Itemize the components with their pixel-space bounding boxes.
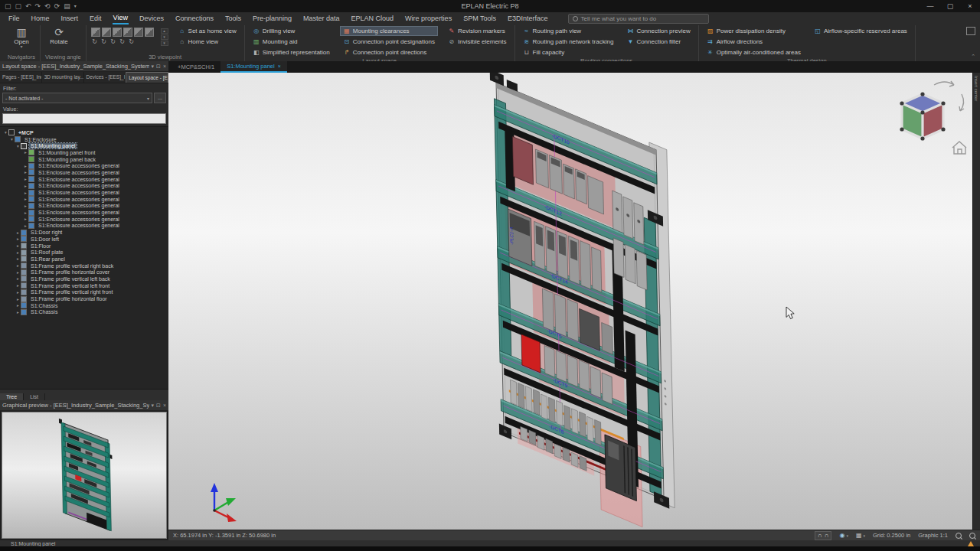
tree-item[interactable]: ▸S1:Enclosure accessories general <box>0 169 168 176</box>
tree-item[interactable]: ▸S1:Roof plate <box>0 249 168 256</box>
expander-icon[interactable]: ▸ <box>23 164 28 168</box>
expander-icon[interactable]: ▸ <box>23 177 28 181</box>
expander-icon[interactable]: ▸ <box>15 270 21 275</box>
expander-icon[interactable]: ▸ <box>15 310 21 315</box>
optimally-air-conditioned-areas-button[interactable]: ✳ Optimally air-conditioned areas <box>704 47 804 57</box>
tree-item[interactable]: ▸S1:Door right <box>0 229 168 236</box>
viewpoint-cube-icon[interactable] <box>123 28 132 37</box>
insert-center-collapsed-panel[interactable]: Insert center <box>972 73 980 530</box>
menu-wire-properties[interactable]: Wire properties <box>404 14 452 24</box>
tree-item[interactable]: ▸S1:Enclosure accessories general <box>0 223 168 230</box>
redo-list-icon[interactable]: ⟳ <box>54 0 60 12</box>
tree-item[interactable]: ▸S1:Enclosure accessories general <box>0 216 168 223</box>
menu-home[interactable]: Home <box>31 14 51 24</box>
connection-point-designations-button[interactable]: ⊡ Connection point designations <box>340 37 438 47</box>
expander-icon[interactable]: ▸ <box>23 197 28 201</box>
tree-item[interactable]: ▸S1:Frame profile vertical right back <box>0 262 168 269</box>
redo-icon[interactable]: ↷ <box>35 0 41 12</box>
expander-icon[interactable]: ▸ <box>15 243 21 248</box>
tree-item[interactable]: ▸S1:Frame profile vertical left back <box>0 276 168 282</box>
expander-icon[interactable]: ▸ <box>23 170 28 174</box>
drilling-view-button[interactable]: ◎ Drilling view <box>250 26 333 36</box>
home-view-button[interactable]: ⌂ Home view <box>175 37 240 47</box>
expander-icon[interactable]: ▸ <box>15 290 21 295</box>
undo-icon[interactable]: ↶ <box>25 0 31 12</box>
viewpoint-cube-icon[interactable] <box>134 28 143 37</box>
menu-tools[interactable]: Tools <box>224 14 242 24</box>
open-page-icon[interactable]: ▢ <box>15 0 22 12</box>
object-snap-icon[interactable]: ∩ <box>825 532 829 540</box>
expander-icon[interactable]: ▸ <box>15 283 21 288</box>
tree-item-selected[interactable]: ▾S1:Mounting panel <box>0 142 168 149</box>
expander-icon[interactable]: ▸ <box>23 217 28 221</box>
doc-tab-mcp-sch[interactable]: +MCP&SCH/1 <box>172 61 220 73</box>
tree-item[interactable]: ▸S1:Rear panel <box>0 256 168 262</box>
toolbar-options-icon[interactable]: ▾ <box>74 0 77 12</box>
expander-icon[interactable]: ▸ <box>23 184 28 188</box>
ribbon-options-icon[interactable] <box>966 27 975 35</box>
tab-devices[interactable]: Devices - [EES]_In... <box>84 72 126 83</box>
invisible-elements-button[interactable]: ⊘ Invisible elements <box>445 37 510 47</box>
tree-item[interactable]: ▸S1:Chassis <box>0 302 168 309</box>
tree-item[interactable]: ▾+MCP <box>0 129 168 136</box>
tree-item[interactable]: ▸S1:Enclosure accessories general <box>0 209 168 216</box>
minimize-button[interactable]: — <box>920 0 940 12</box>
expander-icon[interactable]: ▸ <box>15 303 21 308</box>
tree-item[interactable]: ▸S1:Floor <box>0 243 168 249</box>
tree-item[interactable]: ▸S1:Frame profile horizontal floor <box>0 295 168 302</box>
tree-item[interactable]: ▸S1:Frame profile vertical left front <box>0 282 168 289</box>
mounting-clearances-button[interactable]: ▦ Mounting clearances <box>340 26 438 36</box>
airflow-specific-reserved-areas-button[interactable]: ◱ Airflow-specific reserved areas <box>811 26 910 36</box>
customize-toolbar-icon[interactable]: ▤ <box>64 0 70 12</box>
expander-icon[interactable]: ▸ <box>23 191 28 195</box>
filter-dropdown[interactable]: - Not activated - ▾ <box>2 93 152 103</box>
spin-up-icon[interactable]: ▴ <box>161 28 168 34</box>
tab-close-icon[interactable]: × <box>278 64 281 69</box>
menu-file[interactable]: File <box>8 14 21 24</box>
zoom-in-icon[interactable] <box>956 533 962 539</box>
tree-item[interactable]: ▸S1:Enclosure accessories general <box>0 176 168 183</box>
set-as-home-view-button[interactable]: ⌂ Set as home view <box>175 26 240 36</box>
tree-item[interactable]: ▸S1:Enclosure accessories general <box>0 196 168 203</box>
expander-icon[interactable]: ▸ <box>15 297 21 302</box>
expander-icon[interactable]: ▸ <box>23 150 28 155</box>
tree-item[interactable]: ▸S1:Frame profile horizontal cover <box>0 269 168 276</box>
menu-connections[interactable]: Connections <box>175 14 214 24</box>
viewpoint-cube-icon[interactable] <box>91 28 100 37</box>
snap-to-grid-icon[interactable]: ∩ <box>818 532 822 540</box>
value-input[interactable] <box>2 113 166 124</box>
panel-pin-icon[interactable]: ⊡ <box>156 64 161 70</box>
fill-capacity-button[interactable]: ⊔ Fill capacity <box>520 47 617 57</box>
tree-item[interactable]: S1:Mounting panel back <box>0 156 168 163</box>
rotate-view-icon[interactable]: ↻ <box>128 38 136 46</box>
panel-close-icon[interactable]: × <box>163 403 166 408</box>
graphic-scale[interactable]: Graphic 1:1 <box>918 532 948 539</box>
rotate-view-icon[interactable]: ↻ <box>119 38 126 46</box>
rotate-view-icon[interactable]: ↻ <box>100 38 108 46</box>
mounting-aid-button[interactable]: ▥ Mounting aid <box>250 37 333 47</box>
expander-icon[interactable]: ▸ <box>23 223 28 228</box>
tab-3d-mounting-layout[interactable]: 3D mounting lay... <box>42 72 84 83</box>
view-cube[interactable] <box>900 92 945 140</box>
connection-point-directions-button[interactable]: ↱ Connection point directions <box>340 47 438 57</box>
expander-icon[interactable]: ▾ <box>15 144 21 148</box>
3d-viewport[interactable]: -DCT10 -DCT12 -DCT14 -DCT5 -DCT9 -DCT8 -… <box>168 73 980 530</box>
close-button[interactable]: × <box>960 0 980 12</box>
panel-close-icon[interactable]: × <box>163 64 166 69</box>
expander-icon[interactable]: ▸ <box>15 230 21 235</box>
connection-filter-button[interactable]: ▼ Connection filter <box>623 37 693 47</box>
rotate-button[interactable]: ⟳ Rotate <box>45 26 73 45</box>
ribbon-collapse-icon[interactable]: ⌃ <box>971 54 975 60</box>
tree-item[interactable]: ▸S1:Enclosure accessories general <box>0 183 168 190</box>
tree-item[interactable]: ▸S1:Enclosure accessories general <box>0 189 168 196</box>
expander-icon[interactable]: ▸ <box>15 256 21 261</box>
viewpoint-cube-icon[interactable] <box>145 28 154 37</box>
expander-icon[interactable]: ▸ <box>15 236 21 241</box>
power-dissipation-density-button[interactable]: ▨ Power dissipation density <box>704 26 804 36</box>
grid-control[interactable]: ▦▾ <box>856 532 865 539</box>
expander-icon[interactable]: ▾ <box>3 130 8 135</box>
menu-insert[interactable]: Insert <box>60 14 80 24</box>
tab-tree[interactable]: Tree <box>0 393 24 400</box>
tab-pages[interactable]: Pages - [EES]_Ind... <box>0 72 42 83</box>
new-page-icon[interactable]: ▢ <box>5 0 11 12</box>
